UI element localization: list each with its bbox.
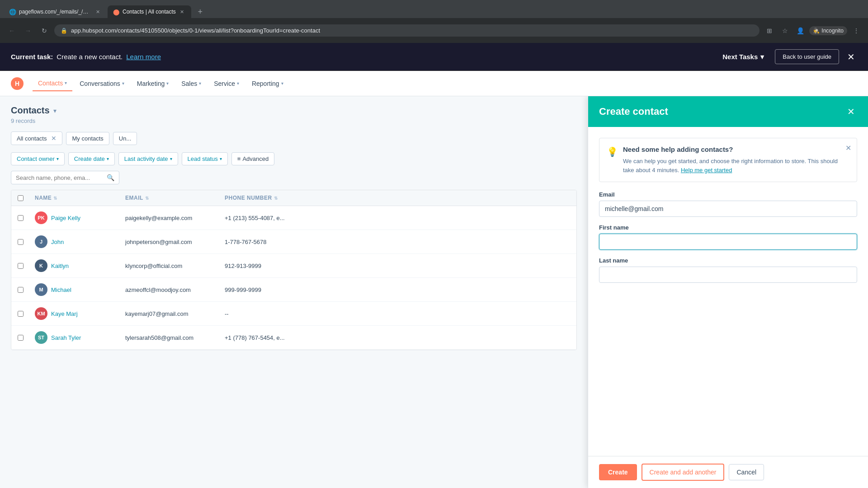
row-2-email-cell: johnpeterson@gmail.com <box>120 230 219 253</box>
table-row: M Michael azmeoffcl@moodjoy.com 999-999-… <box>11 278 576 302</box>
my-contacts-chip[interactable]: My contacts <box>66 132 109 145</box>
all-contacts-chip-close-icon[interactable]: ✕ <box>51 135 57 142</box>
close-pageflows-tab-icon[interactable]: ✕ <box>94 8 101 15</box>
tab-contacts[interactable]: ⬤ Contacts | All contacts ✕ <box>108 5 191 18</box>
all-contacts-chip[interactable]: All contacts ✕ <box>11 131 62 145</box>
email-field[interactable] <box>599 201 857 217</box>
create-date-filter[interactable]: Create date ▾ <box>68 152 115 165</box>
row-1-name-cell: PK Paige Kelly <box>29 206 120 230</box>
nav-item-marketing[interactable]: Marketing ▾ <box>132 76 174 91</box>
row-5-avatar: KM <box>35 307 47 320</box>
url-text: app.hubspot.com/contacts/45105500/object… <box>71 27 320 34</box>
learn-more-link[interactable]: Learn more <box>126 53 161 61</box>
last-activity-date-filter[interactable]: Last activity date ▾ <box>118 152 178 165</box>
tab-pageflows[interactable]: 🌐 pageflows.com/_/emails/_/7fb... ✕ <box>4 5 107 18</box>
address-bar[interactable]: 🔒 app.hubspot.com/contacts/45105500/obje… <box>54 24 760 37</box>
help-box-close-icon[interactable]: ✕ <box>845 144 851 152</box>
row-4-name-cell: M Michael <box>29 278 120 301</box>
back-to-guide-button[interactable]: Back to user guide <box>775 49 839 64</box>
nav-item-reporting[interactable]: Reporting ▾ <box>246 76 289 91</box>
close-contacts-tab-icon[interactable]: ✕ <box>179 8 186 15</box>
name-sort-icon[interactable]: ⇅ <box>53 196 57 201</box>
help-me-get-started-link[interactable]: Help me get started <box>681 167 732 174</box>
banner-close-icon[interactable]: ✕ <box>844 51 857 63</box>
email-label: Email <box>599 191 857 198</box>
bookmark-button[interactable]: ☆ <box>778 24 791 37</box>
nav-marketing-chevron-icon: ▾ <box>166 81 169 86</box>
search-box: 🔍 <box>11 171 119 184</box>
incognito-icon: 🕵 <box>813 28 820 34</box>
advanced-filter-button[interactable]: ≡ Advanced <box>231 152 274 165</box>
create-button[interactable]: Create <box>599 464 637 480</box>
search-icon[interactable]: 🔍 <box>107 174 114 181</box>
row-1-email-cell: paigekelly@example.com <box>120 206 219 230</box>
profile-button[interactable]: 👤 <box>794 24 807 37</box>
cancel-button[interactable]: Cancel <box>729 464 764 480</box>
incognito-badge: 🕵 Incognito <box>809 26 847 35</box>
contact-owner-chevron-icon: ▾ <box>57 156 59 161</box>
back-button[interactable]: ← <box>5 24 18 37</box>
create-contact-panel: Create contact ✕ 💡 Need some help adding… <box>588 96 868 488</box>
name-column-header: NAME ⇅ <box>29 190 120 206</box>
nav-service-label: Service <box>214 80 235 87</box>
more-button[interactable]: ⋮ <box>850 24 863 37</box>
row-4-checkbox[interactable] <box>18 287 24 293</box>
row-1-checkbox[interactable] <box>18 215 24 221</box>
row-5-name[interactable]: Kaye Marj <box>51 310 78 317</box>
unassigned-chip[interactable]: Un... <box>113 132 137 145</box>
task-text: Create a new contact. <box>57 53 123 61</box>
row-6-checkbox[interactable] <box>18 335 24 341</box>
contacts-favicon: ⬤ <box>113 9 120 15</box>
extensions-button[interactable]: ⊞ <box>763 24 776 37</box>
row-2-phone: 1-778-767-5678 <box>225 239 267 245</box>
help-box-text: We can help you get started, and choose … <box>623 157 849 174</box>
row-6-name[interactable]: Sarah Tyler <box>51 334 81 341</box>
row-5-email: kayemarj07@gmail.com <box>125 310 189 317</box>
panel-close-icon[interactable]: ✕ <box>844 105 857 118</box>
help-box-title: Need some help adding contacts? <box>623 145 849 153</box>
first-name-label: First name <box>599 224 857 231</box>
nav-item-service[interactable]: Service ▾ <box>208 76 245 91</box>
row-6-phone-cell: +1 (778) 767-5454, e... <box>219 326 310 349</box>
row-2-name[interactable]: John <box>51 239 64 245</box>
forward-button[interactable]: → <box>22 24 34 37</box>
search-input[interactable] <box>16 174 104 181</box>
nav-item-sales[interactable]: Sales ▾ <box>176 76 207 91</box>
lead-status-filter[interactable]: Lead status ▾ <box>182 152 228 165</box>
email-sort-icon[interactable]: ⇅ <box>145 196 149 201</box>
row-6-name-cell: ST Sarah Tyler <box>29 326 120 349</box>
row-5-checkbox[interactable] <box>18 311 24 317</box>
email-form-group: Email <box>599 191 857 217</box>
row-1-name[interactable]: Paige Kelly <box>51 215 80 221</box>
new-tab-button[interactable]: + <box>194 5 207 18</box>
row-checkbox-1 <box>11 206 29 230</box>
select-all-checkbox[interactable] <box>18 195 24 201</box>
create-and-add-button[interactable]: Create and add another <box>642 464 725 481</box>
svg-text:H: H <box>15 80 19 87</box>
browser-tabs: 🌐 pageflows.com/_/emails/_/7fb... ✕ ⬤ Co… <box>0 0 868 18</box>
row-4-extra-cell <box>310 278 576 301</box>
nav-item-conversations[interactable]: Conversations ▾ <box>74 76 130 91</box>
next-tasks-label: Next Tasks <box>722 53 758 61</box>
hubspot-logo[interactable]: H <box>9 75 25 92</box>
row-3-avatar: K <box>35 259 47 272</box>
table-row: ST Sarah Tyler tylersarah508@gmail.com +… <box>11 326 576 350</box>
row-2-phone-cell: 1-778-767-5678 <box>219 230 310 253</box>
row-4-name[interactable]: Michael <box>51 286 71 293</box>
row-5-extra-cell <box>310 302 576 325</box>
row-3-name[interactable]: Kaitlyn <box>51 263 69 269</box>
row-3-checkbox[interactable] <box>18 263 24 269</box>
app: H Contacts ▾ Conversations ▾ Marketing ▾… <box>0 71 868 488</box>
page-title-chevron-icon[interactable]: ▾ <box>53 107 57 114</box>
refresh-button[interactable]: ↻ <box>38 24 51 37</box>
next-tasks-button[interactable]: Next Tasks ▾ <box>717 50 769 64</box>
row-2-checkbox[interactable] <box>18 239 24 245</box>
page-header: Contacts ▾ <box>11 105 577 116</box>
nav-conversations-label: Conversations <box>80 80 120 87</box>
last-name-field[interactable] <box>599 267 857 283</box>
contact-owner-filter[interactable]: Contact owner ▾ <box>11 152 65 165</box>
contact-owner-label: Contact owner <box>17 155 55 162</box>
phone-sort-icon[interactable]: ⇅ <box>274 196 278 201</box>
nav-item-contacts[interactable]: Contacts ▾ <box>33 76 72 91</box>
first-name-field[interactable] <box>599 234 857 250</box>
